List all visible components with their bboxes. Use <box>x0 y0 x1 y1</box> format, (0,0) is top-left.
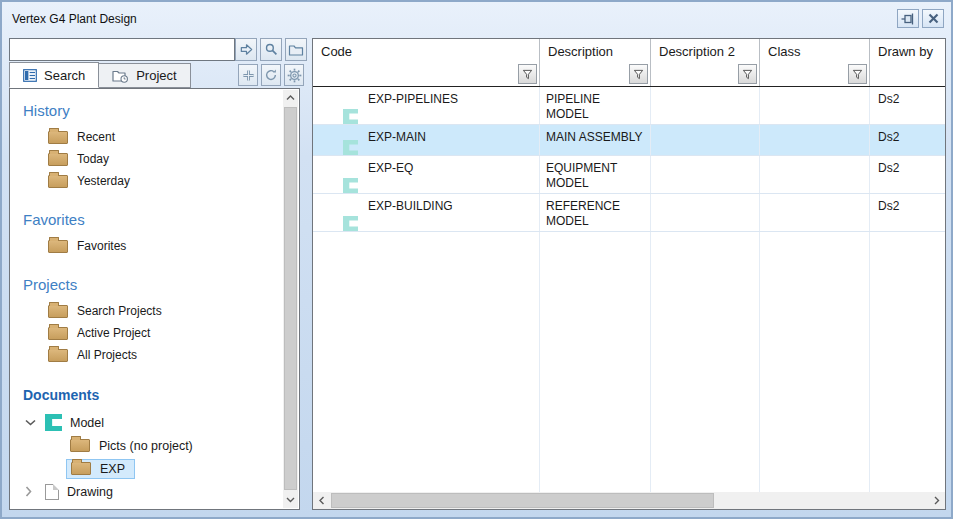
folder-icon <box>70 439 90 452</box>
cell-description2 <box>651 125 760 155</box>
model-icon <box>45 414 62 431</box>
cell-drawn-by: Ds2 <box>870 87 945 124</box>
sidebar-scrollbar[interactable] <box>283 90 298 508</box>
tab-search[interactable]: Search <box>9 62 99 88</box>
tree-item-label: Picts (no project) <box>99 439 193 453</box>
open-folder-button[interactable] <box>285 38 307 61</box>
window-title: Vertex G4 Plant Design <box>12 12 137 26</box>
folder-icon <box>48 240 68 253</box>
pin-button[interactable] <box>897 9 919 28</box>
plus-icon <box>242 69 255 82</box>
tree-item-picts[interactable]: Picts (no project) <box>10 434 283 457</box>
filter-button[interactable] <box>738 64 757 84</box>
scrollbar-track[interactable] <box>330 492 928 509</box>
tree-item-drawing[interactable]: Drawing <box>10 480 283 503</box>
sidebar-item-all-projects[interactable]: All Projects <box>10 344 283 366</box>
table-row[interactable]: EXP-EQ EQUIPMENT MODEL Ds2 <box>313 156 945 194</box>
table-row[interactable]: EXP-BUILDING REFERENCE MODEL Ds2 <box>313 194 945 232</box>
column-header-code[interactable]: Code <box>313 39 540 86</box>
filter-button[interactable] <box>518 64 537 84</box>
tab-project[interactable]: Project <box>98 63 190 88</box>
cell-description: REFERENCE MODEL <box>540 194 651 231</box>
cell-description2 <box>651 194 760 231</box>
cell-class <box>760 87 870 124</box>
cell-code: EXP-PIPELINES <box>313 87 540 124</box>
tree-item-label: Drawing <box>67 485 113 499</box>
sidebar-item-today[interactable]: Today <box>10 148 283 170</box>
column-header-description[interactable]: Description <box>540 39 651 86</box>
filter-button[interactable] <box>629 64 648 84</box>
tree-item-exp[interactable]: EXP <box>10 457 283 480</box>
sidebar-item-label: Yesterday <box>77 174 130 188</box>
section-title-favorites: Favorites <box>23 211 283 228</box>
tab-search-label: Search <box>44 68 85 83</box>
sidebar-item-label: Search Projects <box>77 304 162 318</box>
panel-tabs: Search Project <box>9 62 191 88</box>
scrollbar-thumb[interactable] <box>331 493 714 508</box>
add-button[interactable] <box>238 64 258 86</box>
column-header-description2[interactable]: Description 2 <box>651 39 760 86</box>
scroll-down-icon[interactable] <box>283 492 298 508</box>
refresh-button[interactable] <box>261 64 281 86</box>
table-empty-area <box>313 232 945 492</box>
scrollbar-thumb[interactable] <box>284 107 297 490</box>
sidebar-item-recent[interactable]: Recent <box>10 126 283 148</box>
folder-icon <box>48 305 68 318</box>
sidebar-item-yesterday[interactable]: Yesterday <box>10 170 283 192</box>
drawing-icon <box>45 484 59 500</box>
column-label: Description 2 <box>659 44 735 59</box>
chevron-right-icon[interactable] <box>25 486 39 497</box>
sidebar-item-favorites[interactable]: Favorites <box>10 235 283 257</box>
tree-item-model[interactable]: Model <box>10 411 283 434</box>
scroll-up-icon[interactable] <box>283 90 298 106</box>
sidebar-item-search-projects[interactable]: Search Projects <box>10 300 283 322</box>
tab-project-label: Project <box>136 68 176 83</box>
folder-icon <box>48 175 68 188</box>
close-button[interactable] <box>922 9 944 28</box>
close-icon <box>928 13 939 24</box>
search-icon <box>264 42 279 57</box>
cell-drawn-by: Ds2 <box>870 125 945 155</box>
code-text: EXP-PIPELINES <box>368 92 458 106</box>
sidebar-item-label: Today <box>77 152 109 166</box>
scroll-right-icon[interactable] <box>928 492 945 509</box>
column-header-drawn-by[interactable]: Drawn by <box>870 39 945 86</box>
table-row-selected[interactable]: EXP-MAIN MAIN ASSEMBLY Ds2 <box>313 125 945 156</box>
cell-description2 <box>651 87 760 124</box>
search-toolbar <box>235 38 307 61</box>
sidebar-item-active-project[interactable]: Active Project <box>10 322 283 344</box>
model-icon <box>343 109 358 124</box>
table-header: Code Description Description 2 <box>313 39 945 87</box>
chevron-down-icon[interactable] <box>25 419 39 426</box>
code-text: EXP-MAIN <box>368 130 426 144</box>
model-icon <box>343 140 358 155</box>
project-tab-icon <box>112 69 129 83</box>
filter-funnel-icon <box>852 69 863 80</box>
cell-description: EQUIPMENT MODEL <box>540 156 651 193</box>
scroll-left-icon[interactable] <box>313 492 330 509</box>
folder-icon <box>71 462 91 475</box>
code-text: EXP-BUILDING <box>368 199 453 213</box>
settings-button[interactable] <box>284 64 304 86</box>
table-horizontal-scrollbar[interactable] <box>313 492 945 509</box>
column-label: Description <box>548 44 613 59</box>
cell-class <box>760 156 870 193</box>
column-header-class[interactable]: Class <box>760 39 870 86</box>
cell-code: EXP-EQ <box>313 156 540 193</box>
cell-description2 <box>651 156 760 193</box>
go-button[interactable] <box>235 38 257 61</box>
model-icon <box>343 216 358 231</box>
column-label: Class <box>768 44 801 59</box>
filter-button[interactable] <box>848 64 867 84</box>
column-label: Code <box>321 44 352 59</box>
search-button[interactable] <box>260 38 282 61</box>
cell-code: EXP-BUILDING <box>313 194 540 231</box>
sidebar-item-label: Favorites <box>77 239 126 253</box>
tree-item-label: Model <box>70 416 104 430</box>
search-input[interactable] <box>9 38 235 61</box>
folder-icon <box>48 153 68 166</box>
sidebar-item-label: Active Project <box>77 326 150 340</box>
cell-drawn-by: Ds2 <box>870 156 945 193</box>
cell-description: PIPELINE MODEL <box>540 87 651 124</box>
table-row[interactable]: EXP-PIPELINES PIPELINE MODEL Ds2 <box>313 87 945 125</box>
